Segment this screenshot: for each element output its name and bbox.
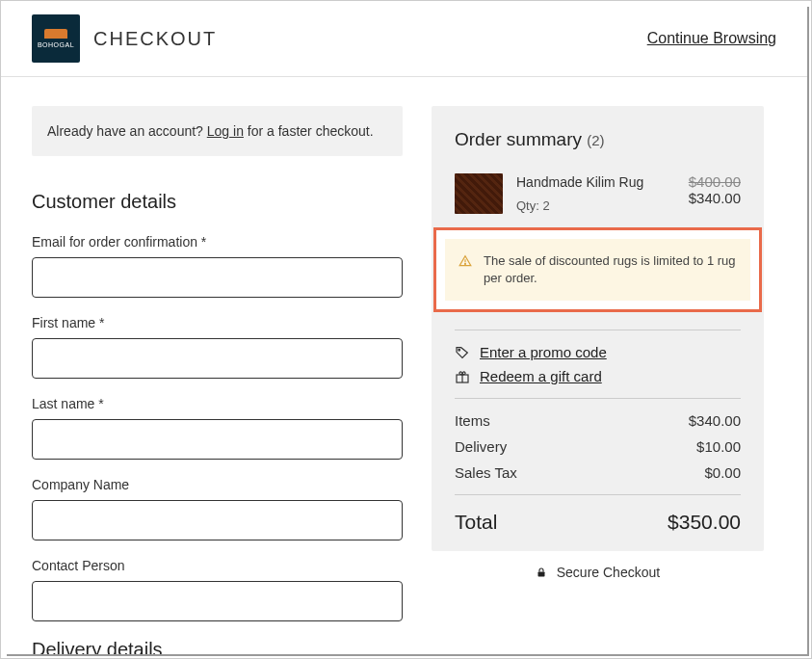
item-original-price: $400.00 (689, 173, 741, 190)
order-summary-panel: Order summary (2) Handmade Kilim Rug Qty… (432, 106, 764, 654)
summary-count: (2) (587, 132, 604, 148)
warning-icon (458, 254, 472, 274)
customer-heading: Customer details (32, 191, 403, 213)
brand-text: BOHOGAL (38, 41, 74, 48)
total-label: Total (455, 511, 497, 534)
last-name-label: Last name * (32, 396, 403, 411)
total-row: Total $350.00 (455, 511, 741, 534)
delivery-label: Delivery (455, 438, 507, 455)
company-field[interactable] (32, 500, 403, 540)
summary-title-text: Order summary (455, 129, 582, 149)
promo-row[interactable]: Enter a promo code (455, 344, 741, 360)
items-label: Items (455, 412, 490, 429)
delivery-row: Delivery $10.00 (455, 438, 741, 455)
customer-form: Already have an account? Log in for a fa… (32, 106, 403, 654)
delivery-value: $10.00 (696, 438, 741, 455)
promo-link[interactable]: Enter a promo code (480, 344, 607, 360)
delivery-heading: Delivery details (32, 639, 403, 654)
login-link[interactable]: Log in (207, 123, 244, 139)
line-item: Handmade Kilim Rug Qty: 2 $400.00 $340.0… (455, 173, 741, 214)
secure-label: Secure Checkout (557, 565, 660, 580)
contact-label: Contact Person (32, 558, 403, 573)
brand-logo: BOHOGAL (32, 14, 80, 63)
items-row: Items $340.00 (455, 412, 741, 429)
warning-banner: The sale of discounted rugs is limited t… (445, 239, 750, 301)
gift-row[interactable]: Redeem a gift card (455, 368, 741, 384)
items-value: $340.00 (689, 412, 741, 429)
item-name: Handmade Kilim Rug (516, 173, 643, 193)
tax-label: Sales Tax (455, 464, 517, 481)
divider (455, 330, 741, 330)
first-name-label: First name * (32, 315, 403, 330)
warning-highlight: The sale of discounted rugs is limited t… (433, 227, 762, 312)
divider (455, 398, 741, 399)
item-price: $340.00 (689, 190, 741, 206)
first-name-field[interactable] (32, 338, 403, 379)
continue-browsing-link[interactable]: Continue Browsing (647, 30, 776, 47)
gift-icon (455, 369, 470, 384)
email-field[interactable] (32, 257, 403, 298)
header: BOHOGAL CHECKOUT Continue Browsing (1, 1, 807, 77)
email-label: Email for order confirmation * (32, 234, 403, 250)
tax-row: Sales Tax $0.00 (455, 464, 741, 481)
page-title: CHECKOUT (93, 28, 217, 50)
item-thumbnail (455, 173, 503, 214)
gift-link[interactable]: Redeem a gift card (480, 368, 602, 384)
totals: Items $340.00 Delivery $10.00 Sales Tax … (455, 412, 741, 534)
last-name-field[interactable] (32, 419, 403, 460)
item-qty: Qty: 2 (516, 198, 643, 213)
lock-icon (536, 566, 547, 581)
total-value: $350.00 (668, 511, 741, 534)
svg-point-1 (465, 263, 466, 264)
svg-point-2 (458, 349, 460, 351)
summary-title: Order summary (2) (455, 129, 741, 150)
tag-icon (455, 345, 470, 360)
tax-value: $0.00 (704, 464, 741, 481)
login-suffix: for a faster checkout. (244, 123, 374, 139)
divider (455, 494, 741, 495)
secure-checkout: Secure Checkout (432, 565, 764, 581)
svg-rect-5 (537, 572, 544, 577)
warning-text: The sale of discounted rugs is limited t… (484, 253, 736, 285)
login-banner: Already have an account? Log in for a fa… (32, 106, 403, 156)
company-label: Company Name (32, 477, 403, 492)
login-prefix: Already have an account? (47, 123, 207, 139)
contact-field[interactable] (32, 581, 403, 621)
